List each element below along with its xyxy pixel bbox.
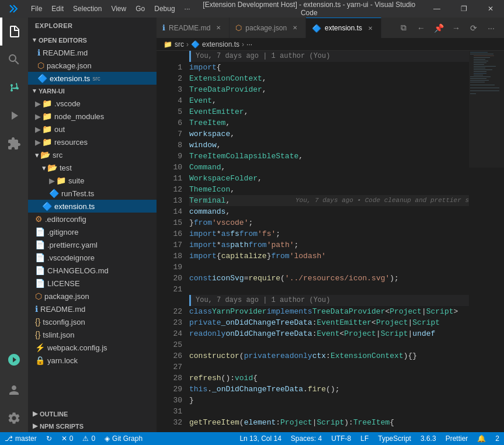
code-line[interactable]: constructor(private readonly ctx: Extens… <box>189 350 469 361</box>
close-button[interactable]: ✕ <box>477 0 504 18</box>
split-editor-button[interactable]: ⧉ <box>395 20 412 36</box>
menu-debug[interactable]: Debug <box>150 0 179 18</box>
tree-suite[interactable]: ▶ 📁 suite <box>28 174 157 187</box>
formatter[interactable]: Prettier <box>441 432 473 445</box>
code-line[interactable]: Terminal,You, 7 days ago • Code cleanup … <box>189 195 469 206</box>
code-line[interactable]: this._onDidChangeTreeData.fire(); <box>189 384 469 395</box>
breadcrumb-src[interactable]: src <box>175 40 184 48</box>
section-outline[interactable]: ▶ OUTLINE <box>28 408 157 420</box>
code-line[interactable]: getTreeItem(element: Project | Script): … <box>189 417 469 428</box>
code-line[interactable]: Event, <box>189 95 469 106</box>
tab-readme[interactable]: ℹ README.md ✕ <box>157 18 230 38</box>
code-line[interactable]: commands, <box>189 206 469 217</box>
menu-file[interactable]: File <box>26 0 47 18</box>
cursor-position[interactable]: Ln 13, Col 14 <box>235 432 286 445</box>
tree-vscode[interactable]: ▶ 📁 .vscode <box>28 97 157 110</box>
open-editor-readme[interactable]: ℹ README.md <box>28 46 157 59</box>
tree-gitignore[interactable]: 📄 .gitignore <box>28 225 157 238</box>
code-line[interactable]: readonly onDidChangeTreeData: Event<Proj… <box>189 328 469 339</box>
code-line[interactable]: } <box>189 395 469 406</box>
breadcrumb-symbol[interactable]: ··· <box>246 40 252 48</box>
tree-editorconfig[interactable]: ⚙ .editorconfig <box>28 213 157 225</box>
minimize-button[interactable]: — <box>423 0 450 18</box>
tab-readme-close[interactable]: ✕ <box>214 23 223 33</box>
code-line[interactable]: workspace, <box>189 128 469 140</box>
navigate-recent-button[interactable]: ⟳ <box>465 20 482 36</box>
menu-selection[interactable]: Selection <box>68 0 106 18</box>
activity-run[interactable] <box>0 102 28 130</box>
warning-count[interactable]: ⚠ 0 <box>78 432 100 445</box>
tab-package[interactable]: ⬡ package.json ✕ <box>230 18 306 38</box>
notification-count[interactable]: 2 <box>491 432 504 445</box>
open-editor-extension[interactable]: 🔷 extension.ts src <box>28 72 157 85</box>
activity-extensions[interactable] <box>0 130 28 158</box>
code-line[interactable] <box>189 361 469 373</box>
code-editor[interactable]: You, 7 days ago | 1 author (You)import {… <box>187 51 469 432</box>
code-line[interactable]: TreeDataProvider, <box>189 84 469 95</box>
menu-go[interactable]: Go <box>131 0 150 18</box>
code-line[interactable]: WorkspaceFolder, <box>189 173 469 184</box>
git-branch[interactable]: ⎇ master <box>0 432 41 445</box>
git-info[interactable]: ◈ Git Graph <box>100 432 147 445</box>
code-line[interactable] <box>189 262 469 273</box>
activity-source-control[interactable] <box>0 74 28 102</box>
more-actions-button[interactable]: ··· <box>483 20 499 36</box>
activity-remote[interactable] <box>0 346 28 374</box>
menu-view[interactable]: View <box>106 0 131 18</box>
tree-webpack[interactable]: ⚡ webpack.config.js <box>28 341 157 354</box>
error-count[interactable]: ✕ 0 <box>57 432 78 445</box>
tree-yarn-lock[interactable]: 🔒 yarn.lock <box>28 354 157 367</box>
minimap[interactable] <box>469 51 504 432</box>
code-line[interactable]: class YarnProvider implements TreeDataPr… <box>189 306 469 317</box>
navigate-forward-button[interactable]: → <box>448 20 464 36</box>
code-line[interactable]: window, <box>189 140 469 151</box>
code-line[interactable]: const iconSvg = require('../resources/ic… <box>189 273 469 284</box>
menu-edit[interactable]: Edit <box>47 0 68 18</box>
code-line[interactable]: TreeItemCollapsibleState, <box>189 151 469 162</box>
tree-extension-ts[interactable]: 🔷 extension.ts <box>28 200 157 213</box>
navigate-pin-button[interactable]: 📌 <box>430 20 447 36</box>
menu-more[interactable]: ··· <box>180 0 195 18</box>
tree-src[interactable]: ▾ 📂 src <box>28 148 157 161</box>
code-line[interactable]: TreeItem, <box>189 117 469 128</box>
tree-readme[interactable]: ℹ README.md <box>28 303 157 315</box>
feedback-icon[interactable]: 🔔 <box>472 432 491 445</box>
tree-package-json[interactable]: ⬡ package.json <box>28 290 157 303</box>
tree-license[interactable]: 📄 LICENSE <box>28 277 157 290</box>
sync-button[interactable]: ↻ <box>41 432 57 445</box>
code-line[interactable]: import { capitalize } from 'lodash' <box>189 251 469 262</box>
section-yarn-ui[interactable]: ▾ YARN-UI <box>28 85 157 97</box>
code-line[interactable]: ThemeIcon, <box>189 184 469 195</box>
code-line[interactable]: import * as path from 'path'; <box>189 239 469 251</box>
code-line[interactable]: private _onDidChangeTreeData: EventEmitt… <box>189 317 469 328</box>
code-line[interactable] <box>189 284 469 295</box>
breadcrumb-file[interactable]: extension.ts <box>202 40 239 48</box>
tree-tslint[interactable]: {} tslint.json <box>28 328 157 341</box>
code-line[interactable]: ExtensionContext, <box>189 73 469 84</box>
section-open-editors[interactable]: ▾ OPEN EDITORS <box>28 34 157 46</box>
tree-test[interactable]: ▾ 📂 test <box>28 161 157 174</box>
tree-prettierrc[interactable]: 📄 .prettierrc.yaml <box>28 238 157 251</box>
tree-tsconfig[interactable]: {} tsconfig.json <box>28 315 157 328</box>
code-line[interactable]: EventEmitter, <box>189 106 469 117</box>
maximize-button[interactable]: ❐ <box>450 0 477 18</box>
tree-runtest[interactable]: 🔷 runTest.ts <box>28 187 157 200</box>
section-npm-scripts[interactable]: ▶ NPM SCRIPTS <box>28 420 157 432</box>
code-line[interactable]: Command, <box>189 162 469 173</box>
tree-node-modules[interactable]: ▶ 📁 node_modules <box>28 110 157 123</box>
tree-changelog[interactable]: 📄 CHANGELOG.md <box>28 264 157 277</box>
language-mode[interactable]: TypeScript <box>373 432 416 445</box>
tree-vscodeignore[interactable]: 📄 .vscodeignore <box>28 251 157 264</box>
tab-package-close[interactable]: ✕ <box>290 23 300 33</box>
activity-search[interactable] <box>0 46 28 74</box>
tab-extension-close[interactable]: ✕ <box>366 23 375 33</box>
tree-out[interactable]: ▶ 📁 out <box>28 123 157 135</box>
tab-extension[interactable]: 🔷 extension.ts ✕ <box>306 18 381 38</box>
code-line[interactable] <box>189 406 469 417</box>
navigate-back-button[interactable]: ← <box>413 20 429 36</box>
line-ending[interactable]: LF <box>356 432 373 445</box>
open-editor-package[interactable]: ⬡ package.json <box>28 59 157 72</box>
code-line[interactable]: import * as fs from 'fs'; <box>189 228 469 239</box>
indent-setting[interactable]: Spaces: 4 <box>286 432 326 445</box>
code-line[interactable] <box>189 339 469 350</box>
